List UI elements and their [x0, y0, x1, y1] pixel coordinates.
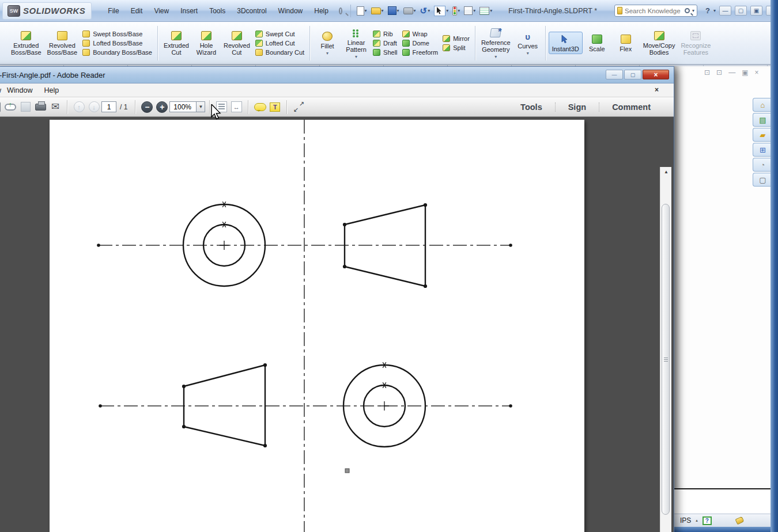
- feature-button-mirror[interactable]: Mirror: [443, 35, 470, 42]
- units-dropdown-icon[interactable]: ▴: [696, 518, 698, 523]
- doc-icon[interactable]: ⊡: [716, 69, 722, 77]
- fit-page-icon[interactable]: ↔: [229, 100, 244, 115]
- display-lights-button[interactable]: ▾: [451, 5, 461, 17]
- help-icon[interactable]: ?: [705, 6, 710, 15]
- save-dropdown-icon[interactable]: ▾: [397, 8, 399, 13]
- feature-button-rib[interactable]: Rib: [373, 31, 397, 37]
- search-input[interactable]: [625, 7, 682, 14]
- feature-button-instant3d[interactable]: Instant3D: [549, 32, 583, 54]
- feature-button-dome[interactable]: Dome: [402, 40, 439, 47]
- select-dropdown-icon[interactable]: ▾: [446, 8, 448, 13]
- tag-icon[interactable]: [735, 516, 744, 525]
- scrollbar-thumb[interactable]: [662, 204, 670, 515]
- dropdown-caret-icon[interactable]: ▾: [494, 55, 497, 59]
- zoom-in-icon[interactable]: +: [154, 100, 169, 115]
- feature-button-lofted-boss-base[interactable]: Lofted Boss/Base: [82, 40, 152, 47]
- zoom-level-input[interactable]: [169, 101, 196, 112]
- dropdown-caret-icon[interactable]: ▾: [527, 51, 529, 55]
- restore-button[interactable]: ▢: [735, 6, 747, 16]
- zoom-out-icon[interactable]: −: [139, 100, 154, 115]
- feature-button-draft[interactable]: Draft: [373, 40, 397, 47]
- adobe-titlebar[interactable]: -First-Angle.pdf - Adobe Reader — ▢ ×: [0, 67, 674, 83]
- feature-button-fillet[interactable]: Fillet▾: [313, 29, 342, 56]
- new-dropdown-icon[interactable]: ▾: [365, 8, 367, 13]
- feature-button-scale[interactable]: Scale: [583, 32, 611, 54]
- feature-button-shell[interactable]: Shell: [373, 49, 397, 56]
- menu-help[interactable]: Help: [308, 4, 334, 18]
- feature-button-curves[interactable]: υCurves▾: [513, 29, 542, 56]
- adobe-restore-button[interactable]: ▢: [624, 70, 641, 79]
- menu-window[interactable]: Window: [273, 4, 309, 18]
- menu-file[interactable]: File: [102, 4, 124, 18]
- document-close-icon[interactable]: ×: [655, 86, 659, 94]
- doc-close-icon[interactable]: ×: [754, 69, 758, 77]
- task-pane-tab-file-explorer[interactable]: ▰: [753, 128, 772, 142]
- task-pane-tab-view-palette[interactable]: ⊞: [753, 143, 772, 157]
- task-pane-tab-appearances[interactable]: ◔: [753, 158, 772, 172]
- highlight-text-icon[interactable]: T: [267, 100, 282, 115]
- pdf-viewer-area[interactable]: ▲: [0, 117, 674, 532]
- display-lights-dropdown-icon[interactable]: ▾: [458, 8, 460, 13]
- feature-button-hole-wizard[interactable]: HoleWizard: [192, 29, 221, 57]
- feature-button-revolved-cut[interactable]: RevolvedCut: [221, 29, 253, 57]
- undo-button[interactable]: ↺▾: [419, 6, 432, 16]
- feature-button-wrap[interactable]: Wrap: [402, 31, 439, 37]
- help-dropdown-icon[interactable]: ▾: [713, 8, 716, 13]
- search-icon[interactable]: [685, 8, 690, 13]
- page-number-input[interactable]: [101, 101, 116, 112]
- pin-icon[interactable]: [339, 7, 342, 14]
- adobe-menu-help[interactable]: Help: [39, 84, 65, 97]
- feature-button-flex[interactable]: Flex: [611, 32, 640, 54]
- feature-button-revolved-boss-base[interactable]: RevolvedBoss/Base: [44, 29, 81, 57]
- open-dropdown-icon[interactable]: ▾: [382, 8, 384, 13]
- feature-button-reference-geometry[interactable]: ReferenceGeometry▾: [478, 26, 513, 60]
- units-label[interactable]: IPS: [680, 516, 691, 525]
- print-dropdown-icon[interactable]: ▾: [414, 8, 416, 13]
- dropdown-caret-icon[interactable]: ▾: [355, 55, 357, 59]
- view-settings-dropdown-icon[interactable]: ▾: [490, 8, 492, 13]
- feature-button-boundary-cut[interactable]: Boundary Cut: [255, 49, 304, 56]
- vertical-scrollbar[interactable]: ▲: [660, 167, 671, 532]
- task-pane-tab-design-library[interactable]: ▤: [753, 113, 772, 127]
- task-pane-tab-custom-properties[interactable]: ▢: [753, 173, 772, 187]
- dropdown-caret-icon[interactable]: ▾: [326, 51, 328, 55]
- scroll-up-icon[interactable]: ▲: [660, 169, 672, 174]
- file-properties-dropdown-icon[interactable]: ▾: [473, 8, 475, 13]
- print-icon[interactable]: [33, 100, 48, 115]
- view-settings-button[interactable]: ▾: [478, 6, 493, 16]
- feature-button-boundary-boss-base[interactable]: Boundary Boss/Base: [82, 49, 152, 56]
- feature-button-move-copy-bodies[interactable]: Move/CopyBodies: [640, 29, 678, 57]
- undo-dropdown-icon[interactable]: ▾: [428, 8, 430, 13]
- feature-button-linear-pattern[interactable]: LinearPattern▾: [342, 26, 371, 60]
- pdf-page[interactable]: [50, 120, 584, 532]
- quick-tips-icon[interactable]: ?: [703, 516, 712, 525]
- new-button[interactable]: ▾: [356, 5, 368, 17]
- doc-restore-icon[interactable]: ▣: [742, 69, 748, 77]
- minimize-button[interactable]: —: [719, 6, 731, 16]
- maximize-button[interactable]: ▣: [750, 6, 762, 16]
- feature-button-split[interactable]: Split: [443, 44, 470, 51]
- email-icon[interactable]: ✉: [48, 100, 63, 115]
- doc-minimize-icon[interactable]: —: [728, 69, 735, 77]
- feature-button-lofted-cut[interactable]: Lofted Cut: [255, 40, 304, 47]
- zoom-dropdown-icon[interactable]: ▼: [196, 101, 205, 112]
- search-dropdown-icon[interactable]: ▾: [692, 8, 694, 13]
- feature-button-swept-boss-base[interactable]: Swept Boss/Base: [82, 31, 152, 37]
- sign-panel-button[interactable]: Sign: [555, 102, 599, 112]
- feature-button-freeform[interactable]: Freeform: [402, 49, 439, 56]
- share-cloud-icon[interactable]: [3, 100, 18, 115]
- menu-3dcontrol[interactable]: 3Dcontrol: [231, 4, 272, 18]
- adobe-close-button[interactable]: ×: [643, 70, 669, 79]
- feature-button-extruded-boss-base[interactable]: ExtrudedBoss/Base: [8, 29, 44, 57]
- menu-edit[interactable]: Edit: [125, 4, 149, 18]
- menu-insert[interactable]: Insert: [175, 4, 203, 18]
- adobe-minimize-button[interactable]: —: [606, 70, 623, 79]
- comment-bubble-icon[interactable]: [252, 100, 267, 115]
- select-button[interactable]: ▾: [433, 5, 450, 17]
- adobe-menu-window[interactable]: Window: [1, 84, 38, 97]
- knowledge-base-search[interactable]: ▾: [614, 5, 697, 17]
- menu-view[interactable]: View: [148, 4, 175, 18]
- tools-panel-button[interactable]: Tools: [508, 102, 555, 112]
- feature-button-extruded-cut[interactable]: ExtrudedCut: [161, 29, 192, 57]
- fullscreen-icon[interactable]: ↗↙: [291, 100, 306, 115]
